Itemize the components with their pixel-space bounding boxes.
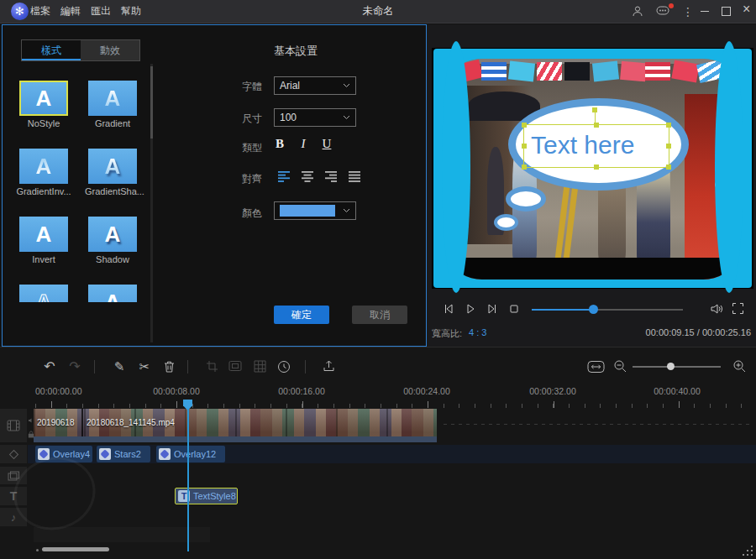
redo-icon[interactable]: ↷ bbox=[67, 358, 82, 374]
horizontal-scrollbar[interactable] bbox=[42, 547, 109, 551]
text-clip[interactable]: T TextStyle8 bbox=[175, 488, 238, 504]
resize-handle[interactable] bbox=[522, 144, 527, 149]
letterbox bbox=[454, 258, 732, 280]
video-clip-strip[interactable]: 20190618 20180618_141145.mp4 bbox=[34, 409, 437, 436]
zoom-in-icon[interactable] bbox=[732, 359, 747, 374]
chevron-down-icon bbox=[343, 208, 350, 213]
fit-timeline-icon[interactable] bbox=[587, 360, 602, 375]
style-item-gradient[interactable]: A bbox=[88, 81, 137, 116]
italic-button[interactable]: I bbox=[295, 137, 312, 151]
color-select[interactable] bbox=[274, 201, 356, 220]
resize-handle[interactable] bbox=[666, 144, 671, 149]
mosaic-icon[interactable] bbox=[252, 360, 267, 375]
account-icon[interactable] bbox=[630, 5, 645, 18]
confirm-button[interactable]: 確定 bbox=[274, 306, 329, 324]
video-track-header[interactable] bbox=[0, 409, 27, 442]
ruler-label: 00:00:08.00 bbox=[147, 386, 206, 396]
crop-icon[interactable] bbox=[204, 360, 219, 375]
overlay-clip[interactable]: Overlay12 bbox=[156, 446, 225, 462]
resize-handle[interactable] bbox=[594, 165, 599, 170]
zoom-region-icon[interactable] bbox=[228, 360, 243, 375]
timeline-zoom-slider[interactable] bbox=[633, 366, 721, 368]
messages-icon[interactable] bbox=[655, 5, 670, 18]
font-select[interactable]: Arial bbox=[274, 76, 356, 95]
align-center-button[interactable] bbox=[302, 170, 315, 185]
color-label: 顏色 bbox=[242, 206, 262, 221]
volume-icon[interactable] bbox=[710, 302, 725, 317]
style-item-invert[interactable]: A bbox=[19, 217, 68, 252]
text-selection-box[interactable]: Text here bbox=[523, 124, 669, 168]
rotate-handle[interactable] bbox=[592, 107, 597, 112]
resize-handle[interactable] bbox=[594, 123, 599, 128]
flag bbox=[645, 62, 670, 81]
style-item-gradientinv[interactable]: A bbox=[19, 149, 68, 184]
fullscreen-icon[interactable] bbox=[732, 302, 747, 317]
speech-bubble-tiny[interactable] bbox=[494, 214, 518, 231]
style-label: Shadow bbox=[85, 254, 140, 264]
tab-style[interactable]: 樣式 bbox=[22, 40, 81, 60]
seek-bar-thumb[interactable] bbox=[589, 305, 598, 314]
resize-handle[interactable] bbox=[522, 123, 527, 128]
ruler-major-ticks[interactable] bbox=[34, 401, 746, 408]
flag bbox=[481, 62, 507, 81]
cancel-button[interactable]: 取消 bbox=[352, 306, 407, 324]
speech-bubble-small[interactable] bbox=[506, 186, 546, 212]
style-item-partial[interactable]: A bbox=[19, 285, 68, 302]
size-select[interactable]: 100 bbox=[274, 108, 356, 127]
flag bbox=[672, 60, 700, 83]
ruler-label: 00:00:00.00 bbox=[25, 386, 94, 396]
style-item-gradientsha[interactable]: A bbox=[88, 149, 137, 184]
zoom-out-icon[interactable] bbox=[612, 359, 627, 374]
frame-curve-left bbox=[442, 41, 470, 293]
more-menu-icon[interactable]: ⋮ bbox=[680, 5, 696, 18]
align-left-button[interactable] bbox=[278, 170, 291, 185]
overlay-clip-icon bbox=[99, 448, 111, 460]
export-icon[interactable] bbox=[321, 359, 336, 374]
aspect-ratio-value[interactable]: 4 : 3 bbox=[469, 327, 486, 337]
toolbar-separator bbox=[187, 360, 188, 374]
timeline-zoom-thumb[interactable] bbox=[667, 363, 675, 370]
flag bbox=[537, 62, 562, 81]
overlay-track-icon bbox=[8, 449, 19, 460]
tab-motion[interactable]: 動效 bbox=[81, 40, 139, 60]
overlay-clip[interactable]: Stars2 bbox=[97, 446, 150, 462]
resize-handle[interactable] bbox=[666, 123, 671, 128]
style-item-partial[interactable]: A bbox=[88, 285, 137, 302]
align-justify-button[interactable] bbox=[349, 170, 362, 185]
delete-icon[interactable] bbox=[161, 360, 176, 375]
overlay-track-header[interactable] bbox=[0, 445, 27, 463]
underline-button[interactable]: U bbox=[318, 137, 335, 151]
toolbar-separator bbox=[305, 360, 306, 374]
close-button[interactable]: × bbox=[743, 2, 750, 17]
resize-grip[interactable] bbox=[741, 544, 754, 557]
duration-icon[interactable] bbox=[276, 360, 291, 375]
bold-button[interactable]: B bbox=[271, 137, 288, 151]
flag bbox=[620, 61, 647, 82]
edit-icon[interactable]: ✎ bbox=[112, 359, 127, 374]
undo-icon[interactable]: ↶ bbox=[42, 358, 57, 374]
stop-button[interactable] bbox=[507, 302, 522, 317]
maximize-button[interactable] bbox=[722, 7, 731, 16]
style-tabs: 樣式 動效 bbox=[21, 39, 140, 61]
clip-boundary bbox=[81, 409, 83, 436]
align-right-button[interactable] bbox=[325, 170, 339, 185]
scrollbar-dot bbox=[36, 549, 39, 551]
style-item-shadow[interactable]: A bbox=[88, 217, 137, 252]
notification-badge bbox=[669, 3, 674, 8]
previous-frame-button[interactable] bbox=[443, 302, 458, 317]
cut-icon[interactable]: ✂ bbox=[137, 359, 152, 374]
resize-handle[interactable] bbox=[522, 165, 527, 170]
overlay-track[interactable]: Overlay4 Stars2 Overlay12 bbox=[28, 445, 756, 463]
flag bbox=[564, 62, 590, 81]
resize-handle[interactable] bbox=[666, 165, 671, 170]
preview-overlay-text[interactable]: Text here bbox=[531, 131, 634, 159]
minimize-button[interactable] bbox=[701, 11, 709, 12]
next-frame-button[interactable] bbox=[485, 302, 500, 317]
video-track-icon bbox=[7, 420, 20, 431]
video-clip-label: 20180618_141145.mp4 bbox=[87, 418, 175, 427]
text-style-dialog: 樣式 動效 A NoStyle A Gradient A GradientInv… bbox=[2, 24, 427, 347]
style-scrollbar-thumb[interactable] bbox=[150, 66, 153, 138]
playhead-line[interactable] bbox=[187, 409, 189, 551]
play-button[interactable] bbox=[464, 302, 479, 317]
style-item-nostyle[interactable]: A bbox=[19, 81, 68, 116]
